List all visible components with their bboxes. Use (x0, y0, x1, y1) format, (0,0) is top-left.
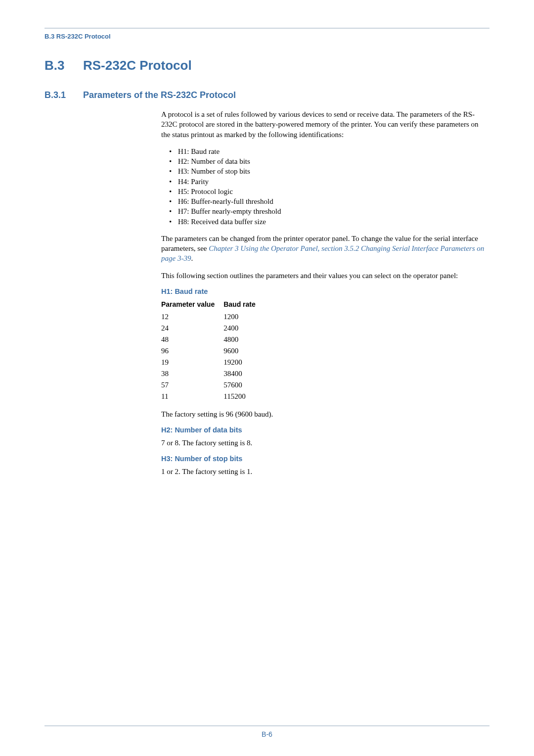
cell-param: 19 (161, 357, 223, 368)
h3-stopbits-heading: H3: Number of stop bits (161, 455, 485, 463)
footer-rule (44, 725, 490, 726)
h1-baud-heading: H1: Baud rate (161, 287, 485, 295)
table-row: 11115200 (161, 391, 265, 402)
h2-databits-heading: H2: Number of data bits (161, 426, 485, 434)
identification-list: H1: Baud rate H2: Number of data bits H3… (161, 146, 485, 227)
col-baud-rate: Baud rate (223, 299, 265, 311)
subsection-title: Parameters of the RS-232C Protocol (83, 90, 236, 100)
page-number: B-6 (44, 730, 490, 738)
table-row: 5757600 (161, 379, 265, 391)
page-footer: B-6 (44, 725, 490, 738)
running-header: B.3 RS-232C Protocol (44, 33, 490, 40)
cell-baud: 9600 (223, 345, 265, 357)
list-item: H5: Protocol logic (161, 187, 485, 196)
cell-baud: 19200 (223, 357, 265, 368)
table-row: 484800 (161, 334, 265, 345)
list-item: H4: Parity (161, 177, 485, 187)
subsection-number: B.3.1 (44, 90, 83, 100)
list-item: H3: Number of stop bits (161, 166, 485, 176)
subsection-heading-b31: B.3.1Parameters of the RS-232C Protocol (44, 90, 490, 100)
list-item: H8: Received data buffer size (161, 217, 485, 227)
h3-stopbits-text: 1 or 2. The factory setting is 1. (161, 467, 485, 476)
header-rule (44, 28, 490, 29)
cell-param: 96 (161, 345, 223, 357)
cell-param: 57 (161, 379, 223, 391)
cell-baud: 2400 (223, 323, 265, 334)
intro-paragraph: A protocol is a set of rules followed by… (161, 109, 485, 140)
h2-databits-text: 7 or 8. The factory setting is 8. (161, 438, 485, 448)
outline-paragraph: This following section outlines the para… (161, 271, 485, 281)
cell-baud: 115200 (223, 391, 265, 402)
change-paragraph: The parameters can be changed from the p… (161, 234, 485, 264)
list-item: H7: Buffer nearly-empty threshold (161, 206, 485, 216)
list-item: H2: Number of data bits (161, 156, 485, 166)
cell-param: 11 (161, 391, 223, 402)
cell-param: 12 (161, 311, 223, 323)
table-row: 969600 (161, 345, 265, 357)
cell-param: 38 (161, 368, 223, 379)
list-item: H1: Baud rate (161, 146, 485, 156)
table-row: 3838400 (161, 368, 265, 379)
cell-param: 48 (161, 334, 223, 345)
list-item: H6: Buffer-nearly-full threshold (161, 196, 485, 206)
col-param-value: Parameter value (161, 299, 223, 311)
para-text-post: . (191, 254, 193, 262)
cell-baud: 4800 (223, 334, 265, 345)
h1-factory-note: The factory setting is 96 (9600 baud). (161, 409, 485, 419)
table-header-row: Parameter value Baud rate (161, 299, 265, 311)
cell-baud: 57600 (223, 379, 265, 391)
table-row: 242400 (161, 323, 265, 334)
cross-reference-link[interactable]: Chapter 3 Using the Operator Panel, sect… (161, 244, 484, 262)
section-heading-b3: B.3RS-232C Protocol (44, 58, 490, 73)
baud-rate-table: Parameter value Baud rate 121200 242400 … (161, 299, 265, 402)
section-title: RS-232C Protocol (83, 58, 192, 73)
table-row: 1919200 (161, 357, 265, 368)
table-row: 121200 (161, 311, 265, 323)
cell-param: 24 (161, 323, 223, 334)
section-number: B.3 (44, 58, 83, 73)
cell-baud: 38400 (223, 368, 265, 379)
cell-baud: 1200 (223, 311, 265, 323)
